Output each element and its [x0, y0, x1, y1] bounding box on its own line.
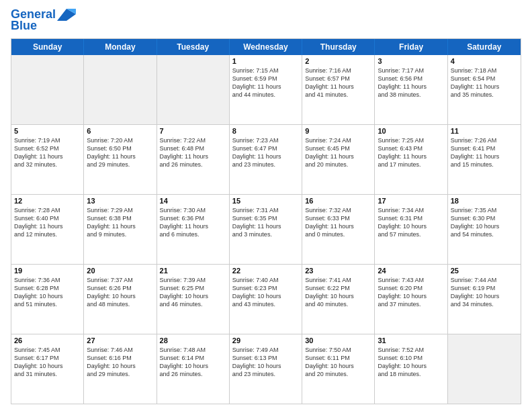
empty-cell	[448, 334, 521, 404]
day-cell-10: 10Sunrise: 7:25 AM Sunset: 6:43 PM Dayli…	[375, 125, 447, 194]
calendar-row-1: 1Sunrise: 7:15 AM Sunset: 6:59 PM Daylig…	[11, 55, 521, 125]
day-cell-4: 4Sunrise: 7:18 AM Sunset: 6:54 PM Daylig…	[448, 55, 521, 124]
day-cell-12: 12Sunrise: 7:28 AM Sunset: 6:40 PM Dayli…	[11, 195, 84, 264]
day-number: 17	[378, 197, 444, 205]
day-cell-26: 26Sunrise: 7:45 AM Sunset: 6:17 PM Dayli…	[11, 334, 84, 404]
day-number: 5	[14, 127, 81, 135]
calendar-body: 1Sunrise: 7:15 AM Sunset: 6:59 PM Daylig…	[11, 55, 521, 404]
day-cell-21: 21Sunrise: 7:39 AM Sunset: 6:25 PM Dayli…	[157, 265, 230, 334]
day-info: Sunrise: 7:46 AM Sunset: 6:16 PM Dayligh…	[87, 346, 153, 379]
day-info: Sunrise: 7:16 AM Sunset: 6:57 PM Dayligh…	[305, 66, 371, 99]
day-info: Sunrise: 7:52 AM Sunset: 6:10 PM Dayligh…	[378, 346, 444, 379]
day-cell-17: 17Sunrise: 7:34 AM Sunset: 6:31 PM Dayli…	[375, 195, 447, 264]
day-info: Sunrise: 7:43 AM Sunset: 6:20 PM Dayligh…	[378, 276, 444, 309]
day-info: Sunrise: 7:35 AM Sunset: 6:30 PM Dayligh…	[451, 206, 518, 239]
day-number: 22	[232, 267, 299, 275]
weekday-header-sunday: Sunday	[11, 39, 84, 55]
day-cell-5: 5Sunrise: 7:19 AM Sunset: 6:52 PM Daylig…	[11, 125, 84, 194]
empty-cell	[11, 55, 84, 124]
day-cell-23: 23Sunrise: 7:41 AM Sunset: 6:22 PM Dayli…	[302, 265, 375, 334]
day-info: Sunrise: 7:30 AM Sunset: 6:36 PM Dayligh…	[160, 206, 226, 239]
calendar-row-5: 26Sunrise: 7:45 AM Sunset: 6:17 PM Dayli…	[11, 334, 521, 404]
day-info: Sunrise: 7:26 AM Sunset: 6:41 PM Dayligh…	[451, 136, 518, 169]
day-cell-20: 20Sunrise: 7:37 AM Sunset: 6:26 PM Dayli…	[84, 265, 157, 334]
day-cell-11: 11Sunrise: 7:26 AM Sunset: 6:41 PM Dayli…	[448, 125, 521, 194]
day-number: 16	[305, 197, 371, 205]
day-number: 25	[451, 267, 518, 275]
logo: General Blue	[11, 8, 76, 33]
weekday-header-monday: Monday	[84, 39, 157, 55]
day-number: 21	[160, 267, 226, 275]
day-number: 30	[305, 336, 371, 345]
day-cell-9: 9Sunrise: 7:24 AM Sunset: 6:45 PM Daylig…	[302, 125, 375, 194]
day-info: Sunrise: 7:24 AM Sunset: 6:45 PM Dayligh…	[305, 136, 371, 169]
day-number: 26	[14, 336, 81, 345]
day-cell-31: 31Sunrise: 7:52 AM Sunset: 6:10 PM Dayli…	[375, 334, 447, 404]
day-number: 23	[305, 267, 371, 275]
day-cell-30: 30Sunrise: 7:50 AM Sunset: 6:11 PM Dayli…	[302, 334, 375, 404]
day-number: 6	[87, 127, 153, 135]
calendar-row-3: 12Sunrise: 7:28 AM Sunset: 6:40 PM Dayli…	[11, 195, 521, 265]
empty-cell	[157, 55, 230, 124]
day-number: 7	[160, 127, 226, 135]
day-cell-27: 27Sunrise: 7:46 AM Sunset: 6:16 PM Dayli…	[84, 334, 157, 404]
day-cell-14: 14Sunrise: 7:30 AM Sunset: 6:36 PM Dayli…	[157, 195, 230, 264]
logo-blue: Blue	[11, 19, 37, 33]
day-cell-2: 2Sunrise: 7:16 AM Sunset: 6:57 PM Daylig…	[302, 55, 375, 124]
day-cell-16: 16Sunrise: 7:32 AM Sunset: 6:33 PM Dayli…	[302, 195, 375, 264]
calendar-header: SundayMondayTuesdayWednesdayThursdayFrid…	[11, 39, 521, 55]
logo-icon	[57, 9, 76, 21]
day-info: Sunrise: 7:49 AM Sunset: 6:13 PM Dayligh…	[232, 346, 299, 379]
day-number: 4	[451, 57, 518, 65]
calendar-row-2: 5Sunrise: 7:19 AM Sunset: 6:52 PM Daylig…	[11, 125, 521, 195]
day-number: 29	[232, 336, 299, 345]
day-number: 31	[378, 336, 444, 345]
day-number: 2	[305, 57, 371, 65]
day-info: Sunrise: 7:29 AM Sunset: 6:38 PM Dayligh…	[87, 206, 153, 239]
day-info: Sunrise: 7:40 AM Sunset: 6:23 PM Dayligh…	[232, 276, 299, 309]
day-number: 18	[451, 197, 518, 205]
day-cell-25: 25Sunrise: 7:44 AM Sunset: 6:19 PM Dayli…	[448, 265, 521, 334]
day-cell-6: 6Sunrise: 7:20 AM Sunset: 6:50 PM Daylig…	[84, 125, 157, 194]
day-info: Sunrise: 7:32 AM Sunset: 6:33 PM Dayligh…	[305, 206, 371, 239]
day-cell-29: 29Sunrise: 7:49 AM Sunset: 6:13 PM Dayli…	[230, 334, 302, 404]
day-number: 3	[378, 57, 444, 65]
empty-cell	[84, 55, 157, 124]
day-info: Sunrise: 7:19 AM Sunset: 6:52 PM Dayligh…	[14, 136, 81, 169]
day-cell-18: 18Sunrise: 7:35 AM Sunset: 6:30 PM Dayli…	[448, 195, 521, 264]
weekday-header-saturday: Saturday	[448, 39, 521, 55]
day-number: 9	[305, 127, 371, 135]
weekday-header-tuesday: Tuesday	[157, 39, 230, 55]
day-number: 8	[232, 127, 299, 135]
day-cell-22: 22Sunrise: 7:40 AM Sunset: 6:23 PM Dayli…	[230, 265, 302, 334]
day-info: Sunrise: 7:34 AM Sunset: 6:31 PM Dayligh…	[378, 206, 444, 239]
day-cell-1: 1Sunrise: 7:15 AM Sunset: 6:59 PM Daylig…	[230, 55, 302, 124]
day-info: Sunrise: 7:31 AM Sunset: 6:35 PM Dayligh…	[232, 206, 299, 239]
day-info: Sunrise: 7:20 AM Sunset: 6:50 PM Dayligh…	[87, 136, 153, 169]
day-info: Sunrise: 7:36 AM Sunset: 6:28 PM Dayligh…	[14, 276, 81, 309]
day-info: Sunrise: 7:45 AM Sunset: 6:17 PM Dayligh…	[14, 346, 81, 379]
day-info: Sunrise: 7:48 AM Sunset: 6:14 PM Dayligh…	[160, 346, 226, 379]
day-number: 27	[87, 336, 153, 345]
calendar: SundayMondayTuesdayWednesdayThursdayFrid…	[11, 38, 521, 404]
header: General Blue	[11, 8, 521, 33]
day-number: 20	[87, 267, 153, 275]
weekday-header-thursday: Thursday	[302, 39, 375, 55]
day-cell-19: 19Sunrise: 7:36 AM Sunset: 6:28 PM Dayli…	[11, 265, 84, 334]
weekday-header-wednesday: Wednesday	[230, 39, 302, 55]
day-info: Sunrise: 7:50 AM Sunset: 6:11 PM Dayligh…	[305, 346, 371, 379]
day-info: Sunrise: 7:41 AM Sunset: 6:22 PM Dayligh…	[305, 276, 371, 309]
day-number: 24	[378, 267, 444, 275]
page: General Blue SundayMondayTuesdayWednesda…	[0, 0, 532, 411]
day-number: 10	[378, 127, 444, 135]
day-number: 11	[451, 127, 518, 135]
day-number: 13	[87, 197, 153, 205]
weekday-header-friday: Friday	[375, 39, 447, 55]
day-info: Sunrise: 7:22 AM Sunset: 6:48 PM Dayligh…	[160, 136, 226, 169]
day-cell-15: 15Sunrise: 7:31 AM Sunset: 6:35 PM Dayli…	[230, 195, 302, 264]
day-info: Sunrise: 7:18 AM Sunset: 6:54 PM Dayligh…	[451, 66, 518, 99]
day-cell-13: 13Sunrise: 7:29 AM Sunset: 6:38 PM Dayli…	[84, 195, 157, 264]
day-number: 14	[160, 197, 226, 205]
day-cell-28: 28Sunrise: 7:48 AM Sunset: 6:14 PM Dayli…	[157, 334, 230, 404]
day-cell-24: 24Sunrise: 7:43 AM Sunset: 6:20 PM Dayli…	[375, 265, 447, 334]
